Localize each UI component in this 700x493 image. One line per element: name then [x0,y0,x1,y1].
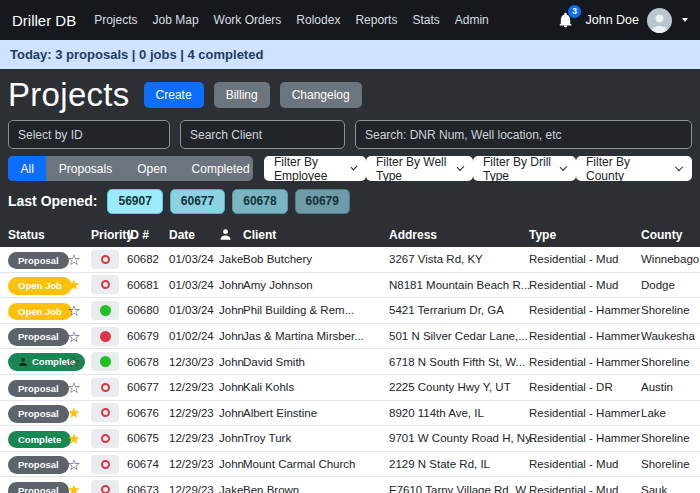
star-outline-icon[interactable]: ☆ [67,329,80,344]
app-brand[interactable]: Driller DB [12,12,76,29]
county-name: Lake [635,407,692,419]
changelog-button[interactable]: Changelog [280,82,362,108]
well-type: Residential - Hammer [523,304,635,316]
col-priority[interactable]: Priority [85,228,121,242]
user-avatar[interactable] [647,8,672,33]
user-name[interactable]: John Doe [585,13,639,27]
col-county[interactable]: County [635,228,692,242]
priority-button[interactable] [91,480,119,493]
project-date: 12/29/23 [163,407,213,419]
notifications-button[interactable]: 3 [558,12,573,28]
well-type: Residential - Hammer [523,330,635,342]
priority-button[interactable] [91,378,119,397]
star-filled-icon[interactable]: ★ [67,277,80,292]
nav-link-work-orders[interactable]: Work Orders [214,13,282,27]
table-row[interactable]: Open Job☆6068001/03/24JohnPhil Building … [0,298,700,324]
employee-name: John [213,407,237,419]
table-row[interactable]: Proposal★6067312/29/23JakeBen BrownE7610… [0,477,700,493]
star-outline-icon[interactable]: ☆ [67,354,80,369]
create-button[interactable]: Create [144,82,204,108]
table-row[interactable]: Proposal☆6067901/02/24JohnJas & Martina … [0,324,700,350]
table-row[interactable]: Proposal☆6067412/29/23JohnMount Carmal C… [0,452,700,478]
priority-button[interactable] [91,301,119,320]
star-cell: ★ [63,277,85,292]
status-badge[interactable]: Proposal [8,405,69,423]
page-header: Projects CreateBillingChangelog [8,75,692,115]
last-opened-chip-60679[interactable]: 60679 [295,189,350,214]
status-badge[interactable]: Proposal [8,380,69,398]
star-filled-icon[interactable]: ★ [67,482,80,493]
nav-link-job-map[interactable]: Job Map [153,13,199,27]
status-badge[interactable]: Proposal [8,328,69,346]
star-cell: ☆ [63,457,85,472]
filter-tab-completed[interactable]: Completed [179,156,253,181]
status-badge-label: Open Job [18,281,62,291]
col-assignee[interactable] [213,228,237,241]
col-id[interactable]: ID # [121,228,163,242]
priority-button[interactable] [91,429,119,448]
priority-button[interactable] [91,403,119,422]
select-by-id-input[interactable] [8,120,170,149]
main-nav: ProjectsJob MapWork OrdersRolodexReports… [94,13,489,27]
filter-dropdown-filter-by-employee[interactable]: Filter By Employee [264,156,366,181]
status-filter-tabs: AllProposalsOpenCompletedClosed [8,156,253,181]
table-header: Status Priority ID # Date Client Address… [8,222,692,247]
nav-link-admin[interactable]: Admin [455,13,489,27]
last-opened-chip-60677[interactable]: 60677 [170,189,225,214]
dropdown-label: Filter By County [586,155,667,183]
col-type[interactable]: Type [523,228,635,242]
table-row[interactable]: Open Job★6068101/03/24JohnAmy JohnsonN81… [0,273,700,299]
nav-link-reports[interactable]: Reports [355,13,397,27]
priority-button[interactable] [91,352,119,371]
priority-cell [85,327,121,346]
last-opened-chip-56907[interactable]: 56907 [107,189,162,214]
search-general-input[interactable] [355,120,692,149]
star-cell: ★ [63,405,85,420]
well-type: Residential - Hammer [523,407,635,419]
status-badge[interactable]: Proposal [8,482,69,493]
last-opened-chip-60678[interactable]: 60678 [232,189,287,214]
status-badge[interactable]: Proposal [8,456,69,474]
star-outline-icon[interactable]: ☆ [67,457,80,472]
table-row[interactable]: Proposal☆6068201/03/24JakeBob Butchery32… [0,247,700,273]
star-outline-icon[interactable]: ☆ [67,303,80,318]
table-row[interactable]: Complete★6067512/29/23JohnTroy Turk9701 … [0,426,700,452]
nav-link-rolodex[interactable]: Rolodex [296,13,340,27]
priority-button[interactable] [91,327,119,346]
filter-dropdown-filter-by-drill-type[interactable]: Filter By Drill Type [473,156,576,181]
nav-link-stats[interactable]: Stats [412,13,439,27]
filter-tab-open[interactable]: Open [125,156,179,181]
table-row[interactable]: Complete☆6067812/30/23JohnDavid Smith671… [0,349,700,375]
employee-name: John [213,458,237,470]
priority-button[interactable] [91,455,119,474]
col-client[interactable]: Client [237,228,383,242]
star-filled-icon[interactable]: ★ [67,431,80,446]
col-address[interactable]: Address [383,228,523,242]
table-row[interactable]: Proposal☆6067712/29/23JohnKali Kohls2225… [0,375,700,401]
employee-name: John [213,432,237,444]
filter-tab-proposals[interactable]: Proposals [46,156,124,181]
filter-dropdown-filter-by-well-type[interactable]: Filter By Well Type [366,156,473,181]
star-filled-icon[interactable]: ★ [67,405,80,420]
chevron-down-icon[interactable] [682,18,688,22]
status-badge[interactable]: Complete [8,431,71,449]
status-cell: Proposal [8,454,63,474]
employee-name: Jake [213,484,237,493]
nav-link-projects[interactable]: Projects [94,13,137,27]
priority-button[interactable] [91,275,119,294]
priority-button[interactable] [91,250,119,269]
billing-button[interactable]: Billing [214,82,270,108]
status-badge[interactable]: Proposal [8,252,69,270]
chevron-down-icon [350,163,357,170]
table-row[interactable]: Proposal★6067612/29/23JohnAlbert Einstin… [0,401,700,427]
star-outline-icon[interactable]: ☆ [67,252,80,267]
star-outline-icon[interactable]: ☆ [67,380,80,395]
search-client-input[interactable] [180,120,345,149]
top-navbar: Driller DB ProjectsJob MapWork OrdersRol… [0,0,700,40]
filter-tab-all[interactable]: All [8,156,46,181]
county-name: Shoreline [635,356,692,368]
well-type: Residential - Mud [523,253,635,265]
col-date[interactable]: Date [163,228,213,242]
col-status[interactable]: Status [8,228,63,242]
filter-dropdown-filter-by-county[interactable]: Filter By County [576,156,692,181]
